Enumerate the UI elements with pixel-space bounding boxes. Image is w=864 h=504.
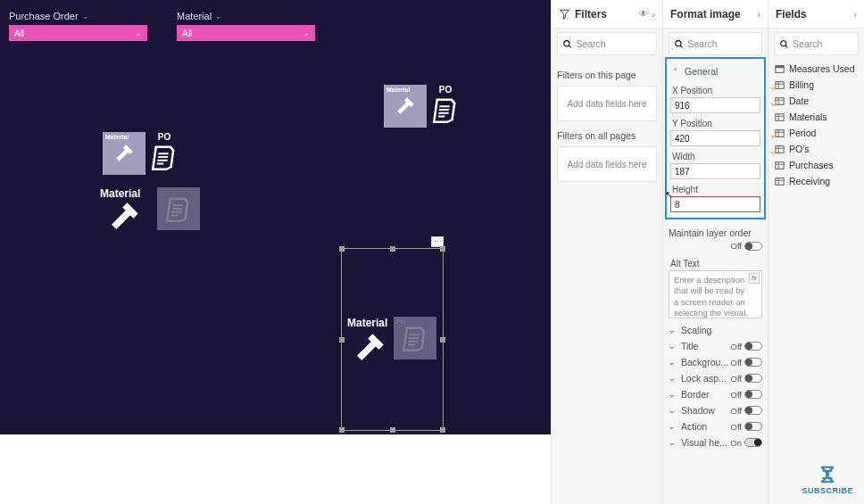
resize-handle[interactable]	[339, 246, 345, 252]
chevron-right-icon[interactable]: ›	[757, 9, 760, 20]
hammer-icon[interactable]	[105, 198, 143, 235]
resize-handle[interactable]	[390, 246, 395, 252]
format-search[interactable]	[669, 32, 762, 55]
visual-group-top-right[interactable]: Material PO	[384, 85, 459, 128]
maintain-layer-order: Maintain layer order	[663, 225, 768, 241]
width-label: Width	[672, 152, 759, 161]
height-input[interactable]	[670, 196, 760, 212]
resize-handle[interactable]	[339, 337, 345, 343]
filters-pane: Filters 👁› Filters on this page Add data…	[551, 0, 662, 504]
format-section-backgrou[interactable]: ⌄Backgrou...Off	[663, 354, 768, 370]
search-icon	[563, 39, 571, 49]
format-section-border[interactable]: ⌄BorderOff	[663, 386, 768, 402]
visual-group-mid-left[interactable]: Material PO	[103, 132, 178, 175]
filters-drop-all[interactable]: Add data fields here	[557, 146, 657, 182]
toggle[interactable]: Off	[731, 390, 763, 400]
fields-search-input[interactable]	[793, 38, 852, 49]
check-icon	[770, 98, 775, 103]
po-tile-faded[interactable]	[157, 187, 200, 230]
chevron-right-icon[interactable]: ›	[853, 9, 857, 20]
filters-search-input[interactable]	[576, 38, 651, 49]
format-section-visualhe[interactable]: ⌄Visual he...On	[663, 434, 768, 450]
y-position-input[interactable]	[670, 130, 760, 146]
chevron-down-icon: ⌄	[669, 390, 677, 399]
fx-button[interactable]: fx	[749, 273, 760, 284]
alt-text-input[interactable]: Enter a description that will be read by…	[669, 270, 762, 318]
field-period[interactable]: Period	[772, 125, 860, 141]
check-icon	[770, 130, 775, 135]
chevron-down-icon: ⌄	[669, 326, 677, 335]
selected-visual-frame[interactable]: ⋯ Material PO	[341, 248, 444, 431]
resize-handle[interactable]	[440, 427, 445, 433]
po-label: PO	[158, 132, 170, 142]
material-tile[interactable]: Material	[103, 132, 145, 175]
toggle[interactable]: On	[730, 438, 762, 448]
chevron-down-icon: ⌄	[303, 29, 310, 37]
field-purchases[interactable]: Purchases	[772, 157, 860, 173]
check-icon	[770, 146, 775, 151]
format-section-action[interactable]: ⌄ActionOff	[663, 418, 768, 434]
y-position-label: Y Position	[672, 119, 759, 128]
filters-drop-page[interactable]: Add data fields here	[557, 86, 657, 121]
format-search-input[interactable]	[687, 38, 756, 49]
fields-search[interactable]	[774, 32, 859, 55]
toggle[interactable]: Off	[731, 406, 763, 416]
format-section-scaling[interactable]: ⌄Scaling	[663, 322, 768, 338]
format-general-highlight: ⌃General X Position Y Position Width Hei…	[665, 57, 766, 219]
field-materials[interactable]: Materials	[772, 109, 860, 125]
toggle[interactable]: Off	[731, 374, 763, 384]
format-title: Format image	[670, 8, 741, 21]
format-section-lockasp[interactable]: ⌄Lock asp...Off	[663, 370, 768, 386]
field-date[interactable]: Date	[772, 93, 860, 109]
field-pos[interactable]: PO's	[772, 141, 860, 157]
x-position-input[interactable]	[670, 97, 760, 113]
slicer-mat-dropdown[interactable]: All ⌄	[177, 25, 315, 41]
chevron-down-icon: ⌄	[669, 358, 677, 367]
format-pane-header: Format image ›	[663, 0, 768, 29]
field-measuresused[interactable]: Measures Used	[772, 61, 860, 77]
subscribe-badge[interactable]: SUBSCRIBE	[802, 465, 853, 495]
field-receiving[interactable]: Receiving	[772, 173, 860, 189]
resize-handle[interactable]	[390, 427, 395, 433]
resize-handle[interactable]	[339, 427, 345, 433]
slicer-po-value: All	[14, 29, 24, 38]
toggle[interactable]: Off	[731, 342, 763, 351]
hammer-icon	[351, 329, 388, 367]
resize-handle[interactable]	[440, 337, 445, 343]
chevron-down-icon[interactable]: ⌄	[82, 12, 89, 21]
report-canvas[interactable]: Purchase Order⌄ All ⌄ Material⌄ All ⌄ Ma…	[0, 0, 551, 434]
chevron-right-icon[interactable]: ›	[652, 9, 655, 20]
x-position-label: X Position	[672, 86, 759, 95]
slicer-mat-value: All	[182, 29, 192, 38]
material-label: Material	[347, 317, 387, 329]
chevron-down-icon[interactable]: ⌄	[215, 12, 222, 21]
format-section-shadow[interactable]: ⌄ShadowOff	[663, 402, 768, 418]
toggle[interactable]: Off	[731, 358, 763, 368]
material-tile[interactable]: Material	[384, 85, 427, 128]
chevron-down-icon: ⌄	[135, 29, 142, 37]
fields-pane-header: Fields ›	[768, 0, 864, 29]
list-icon	[151, 144, 178, 170]
filters-search[interactable]	[557, 32, 657, 55]
maintain-layer-toggle[interactable]: Off	[731, 241, 763, 251]
format-section-title[interactable]: ⌄TitleOff	[663, 338, 768, 354]
slicer-purchase-order: Purchase Order⌄ All ⌄	[9, 11, 147, 41]
slicer-po-dropdown[interactable]: All ⌄	[9, 25, 147, 41]
tile-caption: Material	[386, 87, 410, 93]
toggle[interactable]: Off	[731, 422, 763, 432]
format-pane: Format image › ⌃General X Position Y Pos…	[662, 0, 768, 504]
slicer-po-label: Purchase Order	[9, 11, 79, 21]
resize-handle[interactable]	[440, 246, 445, 252]
field-billing[interactable]: Billing	[772, 77, 860, 93]
filters-section-all: Filters on all pages	[557, 130, 657, 141]
check-icon	[770, 82, 775, 87]
subscribe-label: SUBSCRIBE	[802, 486, 853, 495]
po-tile[interactable]: PO	[432, 85, 459, 123]
chevron-down-icon: ⌄	[669, 422, 677, 431]
format-general-header[interactable]: ⌃General	[670, 62, 760, 80]
fields-title: Fields	[776, 8, 807, 21]
width-input[interactable]	[670, 163, 760, 179]
eye-icon[interactable]: 👁	[639, 9, 648, 20]
po-tile[interactable]: PO	[151, 132, 178, 170]
list-icon	[165, 195, 192, 222]
